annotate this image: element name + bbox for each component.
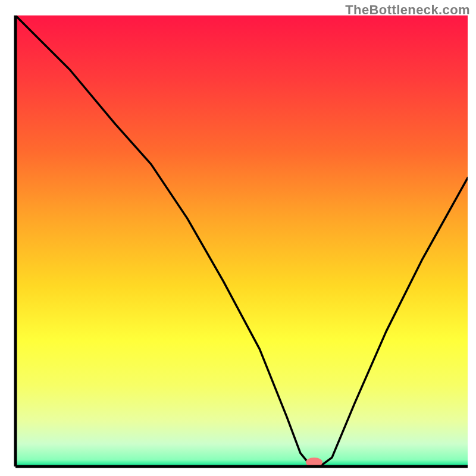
bottleneck-chart: [0, 0, 476, 476]
watermark-text: TheBottleneck.com: [345, 2, 470, 18]
gradient-background: [15, 15, 468, 466]
